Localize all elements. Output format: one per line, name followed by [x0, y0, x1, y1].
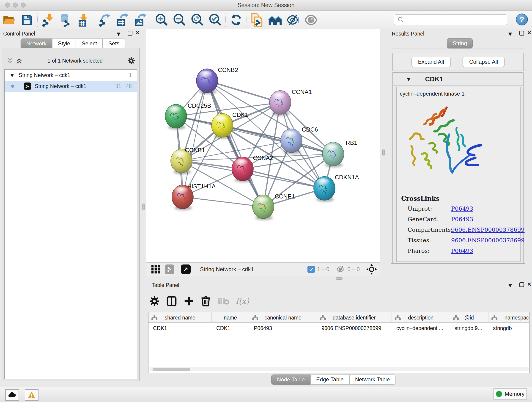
control-panel-menu-icon[interactable]: ▼ [117, 31, 120, 37]
cloud-status-button[interactable] [5, 389, 19, 401]
export-network-button[interactable] [96, 12, 114, 28]
table-column-header[interactable]: namespace [488, 313, 530, 323]
table-cell[interactable]: stringdb:9... [450, 323, 488, 333]
zoom-in-button[interactable] [152, 12, 171, 28]
string-panel-toggle-icon[interactable] [165, 264, 174, 274]
network-edge[interactable] [207, 81, 280, 102]
control-panel-close-icon[interactable]: × [136, 31, 139, 35]
table-panel-menu-icon[interactable]: ▼ [508, 283, 512, 288]
tab-node-table[interactable]: Node Table [271, 375, 310, 385]
network-edge[interactable] [183, 197, 263, 207]
network-edge[interactable] [183, 81, 207, 197]
birds-eye-view-icon[interactable] [151, 264, 161, 274]
save-session-button[interactable] [18, 12, 36, 28]
results-panel-float-icon[interactable] [519, 31, 524, 36]
table-column-header[interactable]: name [212, 313, 249, 323]
results-panel-close-icon[interactable]: × [527, 31, 531, 35]
table-cell[interactable]: stringdb [488, 323, 530, 333]
function-builder-icon[interactable]: f(x) [236, 297, 249, 306]
delete-table-icon[interactable] [217, 297, 229, 306]
results-panel-menu-icon[interactable]: ▼ [508, 31, 512, 37]
import-table-file-button[interactable] [75, 12, 93, 28]
table-column-header[interactable]: canonical name [249, 313, 317, 323]
tab-network-table[interactable]: Network Table [349, 375, 396, 385]
hide-selected-button[interactable] [284, 12, 302, 28]
add-column-icon[interactable] [184, 296, 194, 306]
crosslink-value-link[interactable]: P06493 [451, 248, 473, 254]
expand-all-icon[interactable] [16, 57, 23, 64]
tab-string[interactable]: String [447, 38, 473, 48]
vertical-splitter[interactable] [141, 29, 146, 387]
collection-expand-icon[interactable]: ▼ [11, 73, 14, 78]
horizontal-splitter-grip[interactable] [336, 277, 342, 280]
crosslink-value-link[interactable]: P06493 [451, 205, 473, 212]
crosslink-value-link[interactable]: 9606.ENSP00000378699 [451, 226, 525, 233]
crosslink-value-link[interactable]: P06493 [451, 216, 473, 223]
export-image-button[interactable] [132, 12, 149, 28]
network-node-CCNA1[interactable]: CCNA1 [269, 89, 312, 116]
scrollbar-thumb[interactable] [152, 368, 190, 371]
table-column-header[interactable]: shared name [148, 313, 212, 323]
tab-style[interactable]: Style [52, 38, 76, 49]
zoom-selected-button[interactable] [206, 12, 224, 28]
collapse-all-icon[interactable] [7, 57, 13, 64]
network-from-selection-button[interactable] [248, 12, 266, 28]
table-horizontal-scrollbar[interactable] [149, 367, 529, 371]
hidden-eye-icon[interactable] [336, 265, 345, 273]
open-in-browser-icon[interactable] [181, 264, 191, 274]
network-collection-row[interactable]: ▼ String Network – cdk1 1 [5, 70, 137, 81]
entry-collapse-icon[interactable]: ▼ [407, 76, 410, 82]
network-node-CCNB1[interactable]: CCNB1 [171, 147, 205, 174]
search-input[interactable] [405, 17, 507, 23]
table-cell[interactable]: P06493 [249, 323, 317, 333]
network-node-CDKN1A[interactable]: CDKN1A [314, 174, 359, 202]
vertical-splitter[interactable] [380, 29, 388, 268]
table-cell[interactable]: 9606.ENSP00000378699 [317, 323, 392, 333]
table-cell[interactable]: cyclin–dependent ... [392, 323, 450, 333]
first-neighbors-button[interactable] [266, 12, 284, 28]
network-row[interactable]: String Network – cdk1 11 48 [5, 81, 137, 92]
open-session-button[interactable] [0, 12, 18, 28]
collapse-all-button[interactable]: Collapse All [462, 57, 505, 67]
splitter-grip[interactable] [142, 204, 145, 211]
show-all-button[interactable] [302, 12, 320, 28]
warnings-button[interactable] [25, 389, 38, 401]
table-column-header[interactable]: description [392, 313, 450, 323]
crosslink-value-link[interactable]: 9606.ENSP00000378699 [451, 237, 525, 244]
network-node-CCNA2[interactable]: CCNA2 [232, 154, 273, 182]
table-column-header[interactable]: database identifier [317, 313, 392, 323]
tab-network[interactable]: Network [21, 38, 52, 49]
refresh-network-view-button[interactable] [227, 12, 245, 28]
pan-crosshair-icon[interactable] [366, 264, 377, 274]
export-table-button[interactable] [114, 12, 132, 28]
table-column-header[interactable]: @id [450, 313, 488, 323]
show-columns-icon[interactable] [166, 296, 177, 307]
protein-entry-header[interactable]: ▼ CDK1 [393, 73, 523, 86]
network-node-CCNE1[interactable]: CCNE1 [253, 193, 295, 220]
expand-all-button[interactable]: Expand All [412, 57, 451, 67]
zoom-out-button[interactable] [171, 12, 188, 28]
network-node-HIST1H1A[interactable]: HIST1H1A [172, 183, 216, 210]
table-cell[interactable]: CDK1 [148, 323, 212, 333]
tab-select[interactable]: Select [76, 38, 103, 49]
tab-edge-table[interactable]: Edge Table [310, 375, 349, 385]
network-node-CDC6[interactable]: CDC6 [281, 126, 318, 154]
table-cell[interactable]: CDK1 [212, 323, 249, 333]
import-network-database-button[interactable] [57, 12, 75, 28]
help-button[interactable]: ? [516, 13, 528, 26]
delete-column-icon[interactable] [201, 296, 211, 307]
memory-button[interactable]: Memory [494, 389, 527, 400]
table-settings-gear-icon[interactable] [149, 296, 160, 306]
table-panel-float-icon[interactable] [519, 282, 524, 287]
control-panel-float-icon[interactable] [128, 31, 133, 36]
selected-checkbox-icon[interactable] [307, 266, 315, 273]
splitter-grip[interactable] [382, 149, 385, 156]
network-node-RB1[interactable]: RB1 [322, 139, 357, 167]
network-edge[interactable] [243, 169, 324, 188]
gear-icon[interactable] [127, 57, 135, 65]
network-canvas[interactable]: CCNB2CCNA1CDC25BCDK1CDC6RB1CCNB1CCNA2CDK… [146, 29, 380, 262]
table-panel-close-icon[interactable]: × [527, 282, 531, 287]
tab-sets[interactable]: Sets [103, 38, 125, 49]
zoom-fit-content-button[interactable] [188, 12, 206, 28]
search-field[interactable] [394, 14, 507, 25]
